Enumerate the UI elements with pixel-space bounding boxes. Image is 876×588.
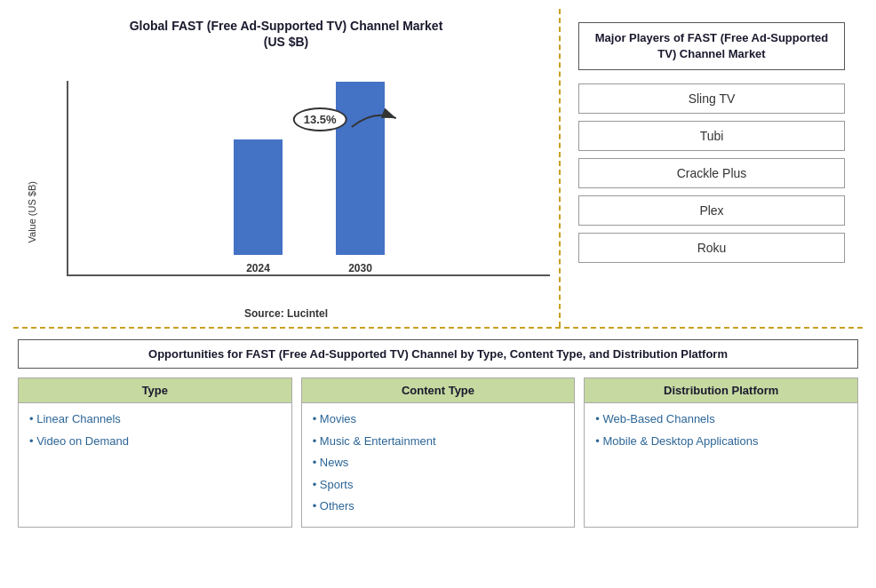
player-item-roku: Roku (578, 233, 845, 263)
opportunities-title: Opportunities for FAST (Free Ad-Supporte… (18, 339, 858, 369)
categories-row: Type • Linear Channels • Video on Demand… (18, 377, 858, 528)
main-container: Global FAST (Free Ad-Supported TV) Chann… (0, 0, 876, 588)
player-item-plex: Plex (578, 195, 845, 226)
players-section: Major Players of FAST (Free Ad-Supported… (561, 9, 863, 327)
bar-2024-label: 2024 (246, 262, 270, 274)
bar-group-2024: 2024 (234, 139, 283, 274)
players-title: Major Players of FAST (Free Ad-Supported… (578, 22, 845, 70)
category-distribution-content: • Web-Based Channels • Mobile & Desktop … (585, 403, 857, 461)
bar-2024 (234, 139, 283, 255)
source-text: Source: Lucintel (244, 303, 328, 327)
player-item-tubi: Tubi (578, 121, 845, 151)
category-content-type: Content Type • Movies • Music & Entertai… (301, 377, 576, 528)
category-type-header: Type (19, 378, 291, 403)
bar-2030-label: 2030 (348, 262, 372, 274)
content-item-1: • Music & Entertainment (313, 433, 564, 450)
dist-item-0: • Web-Based Channels (595, 410, 847, 428)
y-axis-label: Value (US $B) (27, 181, 37, 243)
category-distribution-header: Distribution Platform (585, 378, 857, 403)
cagr-annotation: 13.5% (293, 107, 347, 131)
player-item-slingtv: Sling TV (578, 83, 845, 114)
cagr-value: 13.5% (293, 107, 347, 131)
cagr-arrow-svg (347, 100, 401, 136)
category-content-type-content: • Movies • Music & Entertainment • News … (302, 403, 575, 527)
dist-item-1: • Mobile & Desktop Applications (595, 433, 847, 450)
category-type-content: • Linear Channels • Video on Demand (19, 403, 291, 461)
content-item-4: • Others (313, 497, 564, 515)
type-item-1: • Video on Demand (29, 433, 281, 450)
type-item-0: • Linear Channels (29, 410, 281, 428)
bottom-section: Opportunities for FAST (Free Ad-Supporte… (13, 329, 863, 532)
player-item-crackleplus: Crackle Plus (578, 158, 845, 188)
bars-container: 13.5% 2024 (67, 81, 550, 276)
content-item-0: • Movies (313, 410, 564, 428)
content-item-3: • Sports (313, 476, 564, 494)
top-section: Global FAST (Free Ad-Supported TV) Chann… (13, 9, 863, 329)
category-distribution: Distribution Platform • Web-Based Channe… (584, 377, 858, 528)
category-content-type-header: Content Type (302, 378, 575, 403)
chart-area: Value (US $B) 13.5% (22, 59, 550, 303)
chart-section: Global FAST (Free Ad-Supported TV) Chann… (13, 9, 561, 327)
category-type: Type • Linear Channels • Video on Demand (18, 377, 292, 528)
chart-title: Global FAST (Free Ad-Supported TV) Chann… (130, 18, 443, 50)
content-item-2: • News (313, 454, 564, 472)
